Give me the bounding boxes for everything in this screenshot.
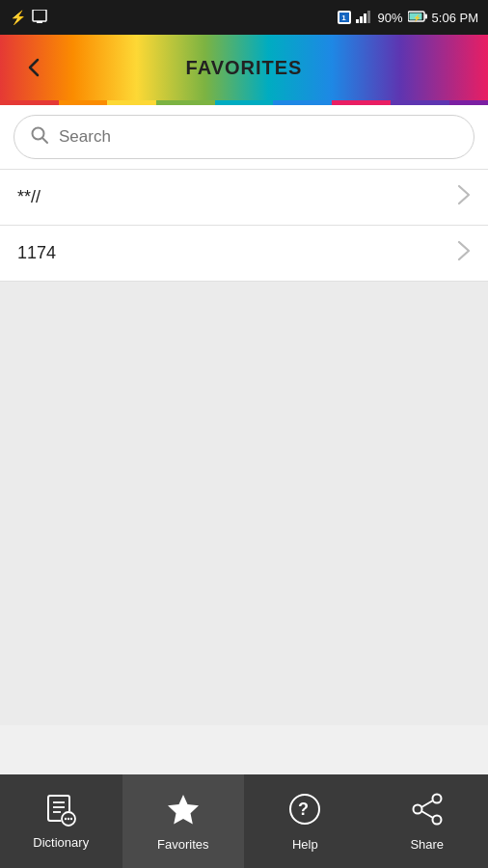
svg-text:?: ?: [298, 800, 309, 819]
svg-rect-2: [356, 19, 359, 23]
bottom-nav: Dictionary Favorites ? Help: [0, 774, 488, 868]
signal-icon: [356, 10, 373, 26]
svg-line-28: [421, 811, 433, 818]
svg-rect-7: [424, 14, 427, 18]
svg-line-27: [421, 800, 433, 807]
search-box[interactable]: [14, 115, 474, 159]
svg-point-26: [413, 805, 421, 814]
list-item[interactable]: **//: [0, 170, 488, 226]
sim-badge: 1: [338, 11, 351, 24]
nav-label-help: Help: [292, 837, 318, 852]
svg-point-24: [432, 795, 441, 803]
svg-rect-1: [37, 21, 42, 23]
svg-rect-5: [367, 11, 370, 23]
battery-icon: ⚡: [408, 11, 427, 25]
header: FAVORITES: [0, 35, 488, 100]
page-title: FAVORITES: [186, 57, 303, 79]
search-icon: [30, 125, 49, 149]
svg-point-25: [432, 816, 441, 825]
dictionary-icon: [42, 793, 79, 829]
svg-marker-21: [168, 795, 199, 825]
list-item-text-0: **//: [17, 187, 41, 207]
time-display: 5:06 PM: [432, 11, 478, 25]
svg-text:⚡: ⚡: [413, 13, 421, 21]
status-right: 1 90% ⚡ 5:06 PM: [338, 10, 478, 26]
usb-icon: ⚡: [10, 10, 26, 25]
nav-label-dictionary: Dictionary: [33, 835, 89, 850]
search-input[interactable]: [59, 127, 458, 147]
svg-point-19: [68, 818, 69, 820]
share-icon: [409, 791, 446, 831]
tablet-icon: [32, 10, 47, 26]
status-bar: ⚡ 1 90% ⚡ 5:06 PM: [0, 0, 488, 35]
svg-line-11: [42, 138, 47, 143]
nav-label-share: Share: [410, 837, 444, 852]
nav-item-favorites[interactable]: Favorites: [122, 774, 245, 868]
list-container: **// 1174: [0, 170, 488, 282]
list-item-text-1: 1174: [17, 243, 56, 263]
help-icon: ?: [286, 791, 323, 831]
chevron-right-icon-1: [457, 240, 471, 266]
svg-rect-0: [33, 10, 46, 21]
nav-item-help[interactable]: ? Help: [244, 774, 366, 868]
svg-point-18: [65, 818, 67, 820]
battery-percent: 90%: [378, 11, 403, 25]
chevron-right-icon-0: [457, 184, 471, 210]
svg-rect-4: [364, 14, 366, 23]
status-left: ⚡: [10, 10, 47, 26]
svg-point-20: [70, 818, 72, 820]
favorites-star-icon: [165, 791, 202, 831]
nav-item-dictionary[interactable]: Dictionary: [0, 774, 122, 868]
nav-label-favorites: Favorites: [157, 837, 208, 852]
empty-area: [0, 282, 488, 725]
svg-rect-3: [360, 16, 363, 23]
list-item[interactable]: 1174: [0, 226, 488, 282]
search-container: [0, 105, 488, 170]
back-button[interactable]: [15, 48, 54, 87]
nav-item-share[interactable]: Share: [366, 774, 489, 868]
